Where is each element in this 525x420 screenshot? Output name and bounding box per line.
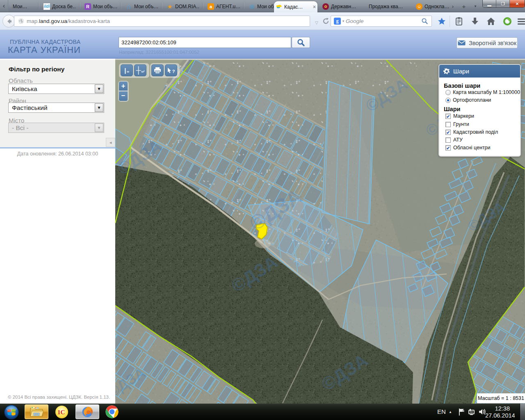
svg-text:1С: 1С bbox=[57, 409, 65, 415]
